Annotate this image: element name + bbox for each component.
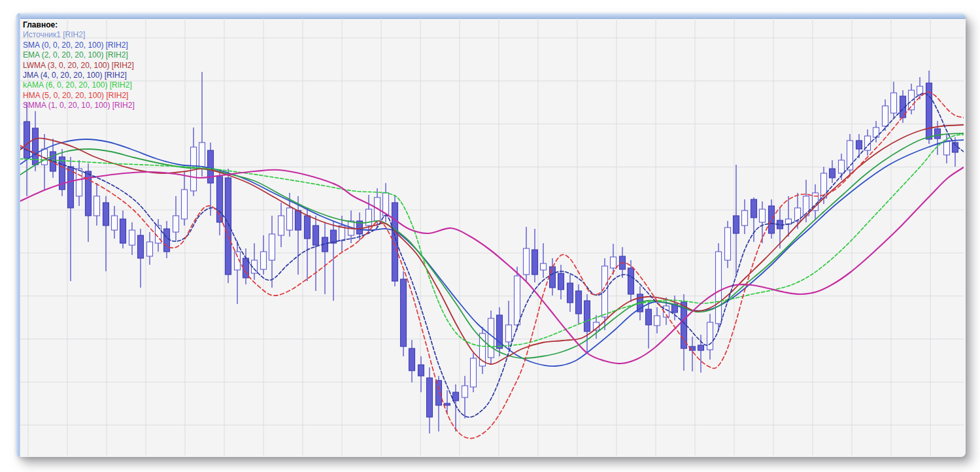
candle-bearish (296, 211, 301, 230)
candle-bullish (112, 216, 118, 230)
candle-bearish (550, 267, 556, 288)
candle-bullish (891, 93, 897, 113)
legend-item[interactable]: EMA (2, 0, 20, 20, 100) [RIH2] (23, 50, 135, 60)
candle-bearish (208, 150, 214, 183)
candle-bullish (786, 219, 792, 224)
candle-bullish (742, 211, 748, 226)
candle-bearish (401, 279, 407, 346)
screenshot-stage: Главное: Источник1 [RIH2]SMA (0, 0, 20, … (0, 0, 980, 472)
candle-bearish (453, 392, 459, 401)
candle-bearish (427, 378, 433, 417)
candle-bearish (751, 199, 757, 218)
candle-bearish (830, 169, 836, 178)
candle-bearish (445, 403, 450, 405)
candle-bullish (839, 160, 845, 173)
candle-bullish (611, 257, 617, 268)
candle-bearish (532, 250, 538, 275)
legend-title: Главное: (23, 20, 135, 30)
candle-bullish (524, 248, 530, 275)
candle-bullish (129, 230, 135, 245)
candle-bullish (821, 173, 827, 198)
candle-bearish (392, 203, 398, 281)
candle-bullish (261, 252, 267, 269)
candle-bullish (654, 316, 660, 326)
candle-bearish (305, 216, 311, 239)
candle-bearish (138, 235, 144, 258)
candle-bullish (506, 325, 512, 342)
candle-bearish (418, 365, 424, 376)
candle-bullish (725, 228, 731, 260)
candle-bullish (182, 190, 188, 219)
candle-bullish (883, 106, 888, 126)
legend-item[interactable]: Источник1 [RIH2] (23, 30, 135, 40)
candle-bearish (331, 230, 337, 243)
candle-bullish (462, 386, 468, 397)
candle-bearish (646, 309, 652, 325)
candle-bearish (217, 177, 223, 222)
candle-bullish (279, 216, 284, 235)
candle-bearish (698, 345, 704, 350)
legend-item[interactable]: JMA (4, 0, 20, 20, 100) [RIH2] (23, 71, 135, 80)
candle-bullish (488, 318, 494, 358)
candle-bullish (944, 141, 950, 155)
candle-bearish (68, 167, 74, 208)
legend-item[interactable]: LWMA (3, 0, 20, 20, 100) [RIH2] (23, 61, 135, 71)
candle-bearish (926, 83, 932, 139)
candle-bearish (226, 178, 231, 275)
candle-bearish (769, 206, 775, 233)
legend-item[interactable]: kAMA (6, 0, 20, 20, 100) [RIH2] (23, 80, 135, 90)
ma-line-hma (20, 92, 964, 439)
candle-bullish (847, 141, 853, 170)
candle-bullish (760, 209, 766, 222)
legend-item[interactable]: HMA (5, 0, 20, 20, 100) [RIH2] (23, 91, 135, 101)
candle-bullish (515, 276, 520, 325)
candle-bearish (24, 122, 30, 158)
candle-bullish (76, 169, 82, 196)
candle-bearish (567, 283, 573, 303)
ma-line-jma (20, 93, 964, 417)
legend-item[interactable]: SMA (0, 0, 20, 20, 100) [RIH2] (23, 41, 135, 50)
candle-bearish (409, 348, 415, 371)
candlestick-chart-canvas[interactable] (0, 0, 980, 472)
candle-bullish (471, 358, 477, 387)
candle-bearish (628, 268, 634, 294)
candle-bullish (707, 322, 713, 350)
candle-bullish (287, 208, 293, 230)
candle-bullish (269, 234, 275, 260)
candle-bearish (576, 291, 582, 314)
candle-bullish (173, 216, 179, 232)
candle-bullish (541, 263, 547, 270)
candle-bullish (716, 252, 722, 324)
indicator-legend: Главное: Источник1 [RIH2]SMA (0, 0, 20, … (23, 20, 135, 111)
candle-bearish (584, 301, 590, 331)
candle-bullish (795, 208, 801, 221)
candle-bearish (734, 216, 739, 233)
candle-bearish (558, 273, 564, 290)
candle-bearish (164, 229, 170, 252)
candle-bearish (436, 380, 442, 405)
candle-bearish (856, 141, 862, 149)
candle-bearish (120, 219, 126, 243)
candle-bearish (935, 129, 941, 139)
candle-bearish (313, 226, 319, 245)
candle-bullish (94, 196, 100, 216)
candle-bullish (199, 143, 205, 169)
legend-item[interactable]: SMMA (1, 0, 20, 10, 100) [RIH2] (23, 101, 135, 110)
candle-bullish (147, 242, 153, 256)
candle-bearish (103, 203, 109, 226)
